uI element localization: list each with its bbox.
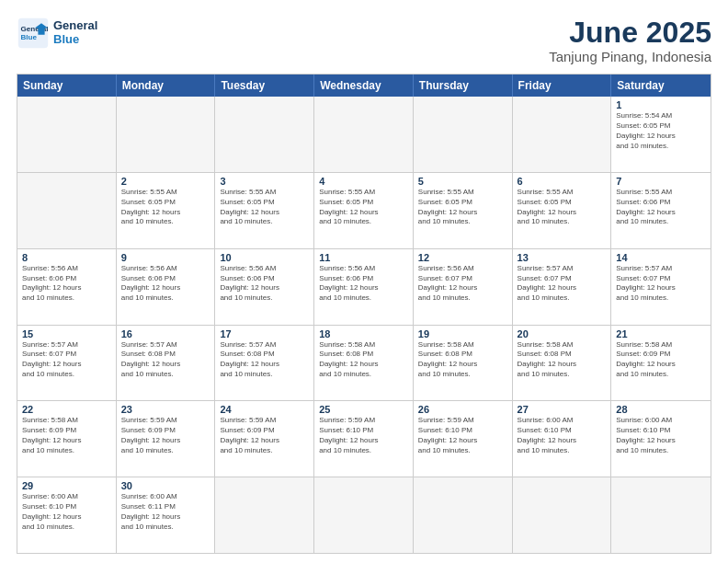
day-number: 21 <box>616 328 706 339</box>
day-number: 18 <box>319 328 408 339</box>
day-header-friday: Friday <box>513 75 612 97</box>
day-number: 17 <box>220 328 309 339</box>
day-number: 28 <box>616 404 706 415</box>
day-info: Sunrise: 5:55 AM Sunset: 6:05 PM Dayligh… <box>518 188 607 227</box>
month-title: June 2025 <box>549 17 711 49</box>
day-cell-13: 13Sunrise: 5:57 AM Sunset: 6:07 PM Dayli… <box>513 249 612 325</box>
empty-cell <box>314 477 414 553</box>
day-cell-25: 25Sunrise: 5:59 AM Sunset: 6:10 PM Dayli… <box>314 401 414 477</box>
empty-cell <box>17 173 117 248</box>
day-cell-30: 30Sunrise: 6:00 AM Sunset: 6:11 PM Dayli… <box>117 477 216 553</box>
day-info: Sunrise: 5:58 AM Sunset: 6:08 PM Dayligh… <box>518 340 607 380</box>
day-number: 4 <box>319 176 408 187</box>
day-info: Sunrise: 5:57 AM Sunset: 6:07 PM Dayligh… <box>22 340 111 380</box>
day-info: Sunrise: 5:56 AM Sunset: 6:06 PM Dayligh… <box>220 264 309 304</box>
day-header-wednesday: Wednesday <box>314 75 414 97</box>
day-cell-5: 5Sunrise: 5:55 AM Sunset: 6:05 PM Daylig… <box>414 173 513 248</box>
day-info: Sunrise: 5:58 AM Sunset: 6:08 PM Dayligh… <box>418 340 507 380</box>
day-cell-29: 29Sunrise: 6:00 AM Sunset: 6:10 PM Dayli… <box>17 477 117 553</box>
empty-cell <box>215 477 314 553</box>
day-cell-6: 6Sunrise: 5:55 AM Sunset: 6:05 PM Daylig… <box>513 173 612 248</box>
day-info: Sunrise: 5:58 AM Sunset: 6:09 PM Dayligh… <box>616 340 706 380</box>
day-cell-3: 3Sunrise: 5:55 AM Sunset: 6:05 PM Daylig… <box>215 173 314 248</box>
day-number: 3 <box>220 176 309 187</box>
day-number: 16 <box>121 328 210 339</box>
calendar-row-3: 8Sunrise: 5:56 AM Sunset: 6:06 PM Daylig… <box>17 248 711 325</box>
day-info: Sunrise: 5:57 AM Sunset: 6:07 PM Dayligh… <box>518 264 607 304</box>
day-number: 10 <box>220 252 309 263</box>
day-cell-22: 22Sunrise: 5:58 AM Sunset: 6:09 PM Dayli… <box>17 401 117 477</box>
day-cell-1: 1Sunrise: 5:54 AM Sunset: 6:05 PM Daylig… <box>611 97 711 172</box>
empty-cell <box>17 97 117 172</box>
day-info: Sunrise: 6:00 AM Sunset: 6:10 PM Dayligh… <box>616 416 706 455</box>
day-info: Sunrise: 5:55 AM Sunset: 6:05 PM Dayligh… <box>418 188 507 227</box>
day-number: 8 <box>22 252 111 263</box>
day-info: Sunrise: 5:57 AM Sunset: 6:08 PM Dayligh… <box>220 340 309 380</box>
day-cell-4: 4Sunrise: 5:55 AM Sunset: 6:05 PM Daylig… <box>314 173 414 248</box>
day-cell-21: 21Sunrise: 5:58 AM Sunset: 6:09 PM Dayli… <box>611 326 711 401</box>
day-number: 13 <box>518 252 607 263</box>
day-number: 6 <box>518 176 607 187</box>
empty-cell <box>611 477 711 553</box>
day-cell-26: 26Sunrise: 5:59 AM Sunset: 6:10 PM Dayli… <box>414 401 513 477</box>
day-number: 2 <box>121 176 210 187</box>
day-cell-11: 11Sunrise: 5:56 AM Sunset: 6:06 PM Dayli… <box>314 249 414 325</box>
day-info: Sunrise: 5:59 AM Sunset: 6:09 PM Dayligh… <box>220 416 309 455</box>
empty-cell <box>314 97 414 172</box>
day-header-thursday: Thursday <box>414 75 513 97</box>
empty-cell <box>513 97 612 172</box>
day-cell-19: 19Sunrise: 5:58 AM Sunset: 6:08 PM Dayli… <box>414 326 513 401</box>
day-info: Sunrise: 5:56 AM Sunset: 6:06 PM Dayligh… <box>121 264 210 304</box>
day-header-saturday: Saturday <box>611 75 711 97</box>
empty-cell <box>513 477 612 553</box>
day-cell-15: 15Sunrise: 5:57 AM Sunset: 6:07 PM Dayli… <box>17 326 117 401</box>
day-info: Sunrise: 5:55 AM Sunset: 6:05 PM Dayligh… <box>319 188 408 227</box>
day-cell-18: 18Sunrise: 5:58 AM Sunset: 6:08 PM Dayli… <box>314 326 414 401</box>
empty-cell <box>414 97 513 172</box>
day-number: 23 <box>121 404 210 415</box>
day-cell-10: 10Sunrise: 5:56 AM Sunset: 6:06 PM Dayli… <box>215 249 314 325</box>
day-number: 5 <box>418 176 507 187</box>
day-cell-27: 27Sunrise: 6:00 AM Sunset: 6:10 PM Dayli… <box>513 401 612 477</box>
calendar-row-4: 15Sunrise: 5:57 AM Sunset: 6:07 PM Dayli… <box>17 325 711 401</box>
day-header-tuesday: Tuesday <box>215 75 314 97</box>
day-info: Sunrise: 5:58 AM Sunset: 6:08 PM Dayligh… <box>319 340 408 380</box>
calendar-header: SundayMondayTuesdayWednesdayThursdayFrid… <box>17 75 711 97</box>
day-info: Sunrise: 5:56 AM Sunset: 6:07 PM Dayligh… <box>418 264 507 304</box>
day-info: Sunrise: 5:59 AM Sunset: 6:10 PM Dayligh… <box>319 416 408 455</box>
calendar-row-1: 1Sunrise: 5:54 AM Sunset: 6:05 PM Daylig… <box>17 97 711 172</box>
day-info: Sunrise: 5:55 AM Sunset: 6:06 PM Dayligh… <box>616 188 706 227</box>
day-number: 25 <box>319 404 408 415</box>
day-info: Sunrise: 6:00 AM Sunset: 6:11 PM Dayligh… <box>121 492 210 532</box>
day-info: Sunrise: 5:59 AM Sunset: 6:10 PM Dayligh… <box>418 416 507 455</box>
calendar-row-5: 22Sunrise: 5:58 AM Sunset: 6:09 PM Dayli… <box>17 400 711 477</box>
header: General Blue General Blue June 2025 Tanj… <box>17 17 711 64</box>
day-number: 24 <box>220 404 309 415</box>
day-info: Sunrise: 6:00 AM Sunset: 6:10 PM Dayligh… <box>22 492 111 532</box>
day-info: Sunrise: 5:57 AM Sunset: 6:08 PM Dayligh… <box>121 340 210 380</box>
day-number: 29 <box>22 480 111 491</box>
title-block: June 2025 Tanjung Pinang, Indonesia <box>549 17 711 64</box>
day-number: 19 <box>418 328 507 339</box>
day-number: 1 <box>616 99 706 110</box>
logo: General Blue General Blue <box>17 17 97 50</box>
day-cell-8: 8Sunrise: 5:56 AM Sunset: 6:06 PM Daylig… <box>17 249 117 325</box>
empty-cell <box>215 97 314 172</box>
day-number: 7 <box>616 176 706 187</box>
day-cell-16: 16Sunrise: 5:57 AM Sunset: 6:08 PM Dayli… <box>117 326 216 401</box>
day-info: Sunrise: 5:55 AM Sunset: 6:05 PM Dayligh… <box>220 188 309 227</box>
logo-icon: General Blue <box>17 17 50 50</box>
day-number: 27 <box>518 404 607 415</box>
day-number: 15 <box>22 328 111 339</box>
day-number: 30 <box>121 480 210 491</box>
day-cell-7: 7Sunrise: 5:55 AM Sunset: 6:06 PM Daylig… <box>611 173 711 248</box>
day-number: 26 <box>418 404 507 415</box>
calendar-row-6: 29Sunrise: 6:00 AM Sunset: 6:10 PM Dayli… <box>17 477 711 553</box>
logo-text: General Blue <box>53 19 97 47</box>
day-number: 12 <box>418 252 507 263</box>
empty-cell <box>414 477 513 553</box>
location: Tanjung Pinang, Indonesia <box>549 49 711 64</box>
day-number: 9 <box>121 252 210 263</box>
day-info: Sunrise: 5:57 AM Sunset: 6:07 PM Dayligh… <box>616 264 706 304</box>
day-cell-28: 28Sunrise: 6:00 AM Sunset: 6:10 PM Dayli… <box>611 401 711 477</box>
